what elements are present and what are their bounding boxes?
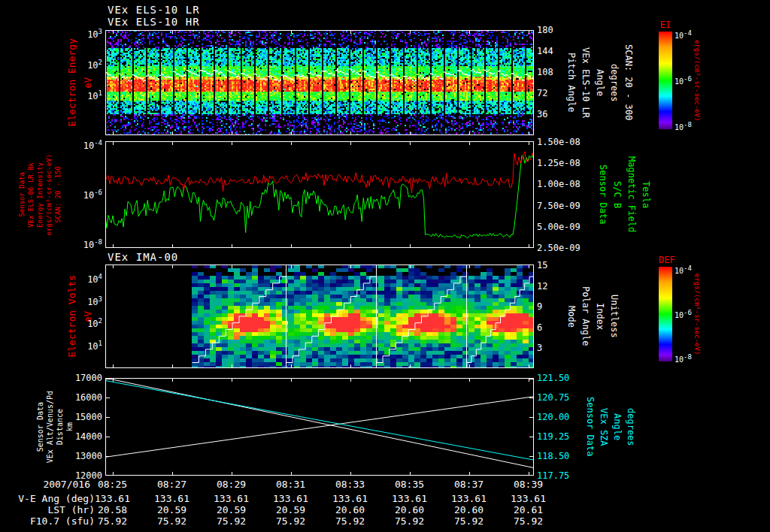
date-label: 2007/016 [0, 479, 90, 490]
axis-tick-label: 119.25 [537, 431, 569, 443]
row-value: 20.58 [83, 504, 142, 515]
colorbar1 [659, 32, 672, 129]
panel2-right-ticks: 1.50e-081.25e-081.00e-087.50e-095.00e-09… [537, 136, 590, 254]
row-value: 20.59 [202, 504, 261, 515]
axis-tick-label: 17000 [75, 372, 102, 384]
panel2-left-ticks: 10-410-610-8 [44, 137, 102, 251]
axis-title-line: Magnetic Field [626, 156, 637, 232]
colorbar1-label: EI [659, 20, 672, 30]
colorbar1-unit: ergs/(cm²-sr-sec-eV) [693, 32, 701, 129]
axis-title-line: VEx SZA [599, 408, 609, 446]
row-value: 75.92 [202, 515, 261, 527]
row-values-ve-ang: 133.61133.61133.61133.61133.61133.61133.… [83, 493, 558, 504]
colorbar-tick-label: 10-6 [675, 74, 692, 86]
time-tick-label: 08:31 [261, 479, 320, 490]
colorbar-tick-label: 10-4 [675, 264, 692, 276]
axis-tick-label: 16000 [75, 391, 102, 404]
axis-tick-label: 3 [537, 342, 542, 354]
colorbar-unit: ergs/(cm²-sr-sec-eV) [693, 274, 701, 355]
row-value: 133.61 [499, 493, 558, 504]
axis-tick-label: 104 [87, 271, 102, 286]
row-value: 20.60 [320, 504, 380, 515]
axis-tick-label: 101 [87, 87, 102, 102]
row-values-lst: 20.5820.5920.5920.5920.6020.6020.6020.61 [83, 504, 558, 515]
time-tick-label: 08:33 [320, 479, 380, 490]
axis-tick-label: 72 [537, 87, 547, 99]
panel4-right-ticks: 121.50120.75120.00119.25118.50117.75 [537, 372, 590, 482]
axis-tick-label: 120.00 [537, 411, 569, 423]
axis-title-line: Unitless [609, 295, 620, 338]
row-value: 133.61 [439, 493, 499, 504]
axis-title-line: VEx ELS-10 LR [581, 47, 591, 118]
axis-title-line: Sensor Data [598, 165, 608, 224]
panel4-left-ticks: 170001600015000140001300012000 [68, 372, 102, 482]
row-label-ve-ang: V-E Ang (deg) [0, 493, 95, 504]
axis-tick-label: 108 [537, 66, 553, 78]
panel4-right-axis-titles: Sensor DataVEx SZAAngledegrees [585, 378, 636, 476]
axis-title-line: Angle [595, 69, 605, 96]
time-tick-label: 08:29 [202, 479, 261, 490]
row-value: 75.92 [499, 515, 558, 527]
row-value: 20.59 [261, 504, 320, 515]
panel1-title-lr: VEx ELS-10 LR [108, 4, 200, 16]
els-spectrogram-canvas [105, 30, 534, 135]
axis-tick-label: 10-6 [83, 186, 102, 201]
axis-title-line: S/C B [612, 181, 623, 208]
axis-title-line: Pitch Angle [566, 53, 577, 112]
axis-tick-label: 14000 [75, 431, 102, 443]
row-value: 75.92 [439, 515, 499, 527]
axis-tick-label: 15000 [75, 411, 102, 423]
row-value: 20.60 [380, 504, 439, 515]
colorbar-tick-label: 10-4 [675, 29, 692, 41]
row-label-lst: LST (hr) [0, 504, 95, 515]
axis-title-line: VEx ELS-06 LR Bk [27, 162, 35, 228]
time-tick-label: 08:25 [83, 479, 142, 490]
axis-tick-label: 101 [87, 337, 102, 352]
axis-tick-label: 1.25e-08 [537, 157, 581, 169]
axis-title-line: Tesla [641, 181, 651, 208]
axis-tick-label: 10-4 [83, 137, 102, 152]
ima-spectrogram-canvas [105, 264, 534, 368]
axis-tick-label: 118.50 [537, 450, 569, 462]
axis-tick-label: 180 [537, 24, 553, 36]
row-value: 75.92 [83, 515, 142, 527]
vex-multi-panel-plot: VEx ELS-10 LR VEx ELS-10 HR Electron Ene… [0, 0, 770, 532]
time-tick-label: 08:35 [380, 479, 439, 490]
axis-title-line: SCAN: 20 - 300 [623, 44, 634, 120]
axis-title-line: Energy Intensity [36, 162, 44, 228]
row-value: 133.61 [142, 493, 202, 504]
axis-tick-label: 103 [87, 293, 102, 308]
colorbar-tick-label: 10-6 [675, 308, 692, 320]
axis-tick-label: 144 [537, 45, 553, 57]
axis-tick-label: 7.50e-09 [537, 200, 581, 212]
axis-title-line: Index [595, 303, 605, 330]
row-value: 20.61 [499, 504, 558, 515]
row-value: 20.60 [439, 504, 499, 515]
axis-title-line: Mode [566, 306, 577, 328]
axis-tick-label: 9 [537, 301, 542, 313]
axis-tick-label: 102 [87, 315, 102, 330]
panel3-title: VEx IMA-00 [108, 251, 178, 263]
time-tick-labels: 08:2508:2708:2908:3108:3308:3508:3708:39 [83, 479, 558, 490]
axis-tick-label: 10-8 [83, 236, 102, 251]
axis-tick-label: 36 [537, 108, 547, 120]
axis-title-line: VEx Alt/Venus/Pd [46, 391, 54, 463]
time-tick-label: 08:27 [142, 479, 202, 490]
colorbar-tick-label: 10-8 [675, 352, 692, 364]
row-value: 75.92 [142, 515, 202, 527]
axis-title-line: degrees [609, 64, 620, 102]
alt-sza-lines-canvas [105, 378, 534, 476]
row-values-f107: 75.9275.9275.9275.9275.9275.9275.9275.92 [83, 515, 558, 527]
row-value: 133.61 [380, 493, 439, 504]
panel3-left-ticks: 104103102101 [44, 271, 102, 352]
axis-tick-label: 103 [87, 26, 102, 41]
colorbar-tick-label: 10-8 [675, 120, 692, 132]
colorbar2-label: DEF [659, 255, 672, 265]
panel2-right-axis-titles: Sensor DataS/C BMagnetic FieldTesla [598, 141, 651, 248]
axis-tick-label: 6 [537, 322, 542, 334]
panel1-title-hr: VEx ELS-10 HR [108, 16, 200, 28]
axis-title-line: Polar Angle [581, 286, 591, 346]
axis-title-line: Distance [56, 409, 64, 445]
panel3-right-axis-titles: ModePolar AngleIndexUnitless [566, 264, 620, 368]
axis-title-line: Sensor Data [18, 172, 26, 217]
